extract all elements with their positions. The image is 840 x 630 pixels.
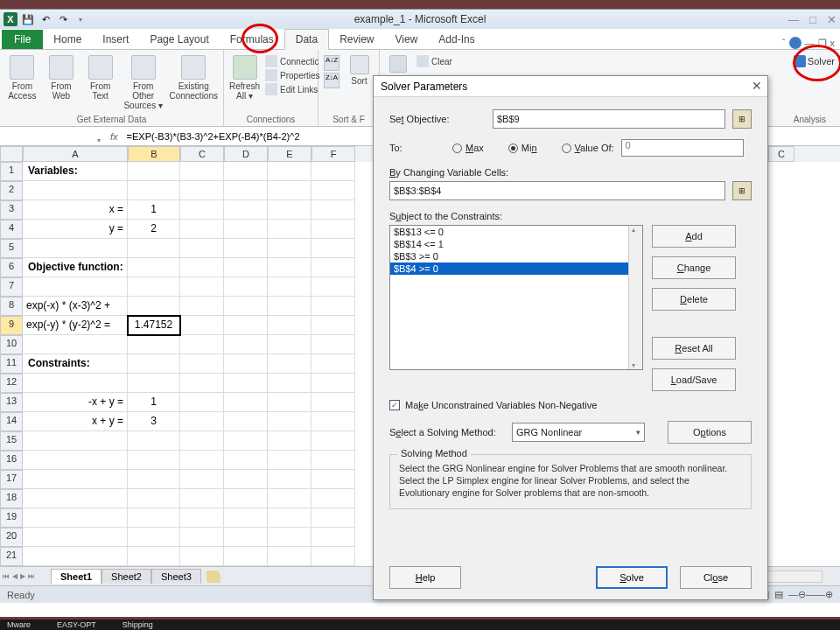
cell[interactable] [268,393,312,412]
cell[interactable]: exp(-y) * (y-2)^2 = [23,316,128,335]
cell[interactable] [128,508,180,528]
cell[interactable] [23,451,128,470]
col-header[interactable]: C [768,146,794,162]
cell[interactable] [312,393,355,412]
cell[interactable] [268,470,312,489]
make-unconstrained-checkbox[interactable]: ✓ Make Unconstrained Variables Non-Negat… [389,400,752,410]
wb-minimize-icon[interactable]: — [805,38,815,48]
cell[interactable] [224,220,268,239]
row-header[interactable]: 12 [0,374,23,393]
cell[interactable] [268,297,312,316]
cell[interactable] [180,239,224,258]
cell[interactable] [268,412,312,431]
reset-button[interactable]: Reset All [652,337,736,360]
cell[interactable] [224,451,268,470]
cell[interactable] [268,239,312,258]
cell[interactable] [224,258,268,277]
cell[interactable] [224,239,268,258]
cell[interactable] [312,412,355,431]
cell[interactable] [128,547,180,566]
row-header[interactable]: 7 [0,277,23,297]
cell[interactable]: 3 [128,412,180,431]
insert-sheet-icon[interactable] [206,570,220,583]
properties-button[interactable]: Properties [265,69,320,81]
cell[interactable] [180,200,224,220]
row-header[interactable]: 16 [0,451,23,470]
cell[interactable] [224,335,268,354]
cell[interactable] [224,412,268,431]
tab-view[interactable]: View [385,30,429,49]
cell[interactable] [23,374,128,393]
task-item[interactable]: EASY-OPT [57,620,96,629]
cell[interactable] [128,239,180,258]
task-item[interactable]: Mware [7,620,31,629]
qat-dropdown-icon[interactable]: ▾ [74,12,88,26]
redo-icon[interactable]: ↷ [56,12,70,26]
cell[interactable] [180,508,224,528]
cell[interactable] [268,431,312,451]
close-icon[interactable]: ✕ [827,13,836,26]
cell[interactable] [23,431,128,451]
cell[interactable] [180,451,224,470]
cell[interactable] [128,489,180,508]
cell[interactable] [224,316,268,335]
cell[interactable] [224,277,268,297]
tab-review[interactable]: Review [329,30,384,49]
help-button[interactable]: Help [389,566,461,589]
cell[interactable] [224,547,268,566]
cell[interactable]: 1.47152 [128,316,180,335]
row-header[interactable]: 11 [0,354,23,374]
cell[interactable]: -x + y = [23,393,128,412]
row-header[interactable]: 5 [0,239,23,258]
cell[interactable] [180,297,224,316]
cell[interactable] [268,374,312,393]
row-header[interactable]: 6 [0,258,23,277]
clear-button[interactable]: Clear [416,55,452,67]
row-header[interactable]: 20 [0,528,23,547]
wb-close-icon[interactable]: x [830,38,836,48]
cell[interactable] [312,181,355,200]
cell[interactable] [312,354,355,374]
cell[interactable] [312,470,355,489]
cell[interactable] [224,354,268,374]
tab-home[interactable]: Home [43,30,92,49]
list-item[interactable]: $B$14 <= 1 [390,238,642,250]
help-icon[interactable]: ? [789,37,802,49]
cell[interactable] [128,258,180,277]
tab-insert[interactable]: Insert [92,30,139,49]
radio-max[interactable]: Max [452,143,484,153]
cell[interactable] [23,508,128,528]
list-item[interactable]: $B$4 >= 0 [390,262,642,275]
cell[interactable] [268,508,312,528]
cell[interactable] [268,451,312,470]
add-button[interactable]: Add [652,225,736,248]
cell[interactable] [224,200,268,220]
cell[interactable] [128,451,180,470]
cell[interactable] [180,354,224,374]
cell[interactable] [312,220,355,239]
cell[interactable] [268,354,312,374]
range-picker-icon[interactable]: ⊞ [732,181,752,200]
cell[interactable]: Variables: [23,162,128,181]
list-item[interactable]: $B$3 >= 0 [390,250,642,262]
save-icon[interactable]: 💾 [21,12,35,26]
cell[interactable] [180,470,224,489]
cell[interactable] [128,335,180,354]
valueof-input[interactable]: 0 [621,139,744,157]
cell[interactable] [23,528,128,547]
cell[interactable] [224,528,268,547]
zoom-slider[interactable]: —⊖——⊕ [788,589,833,600]
maximize-icon[interactable]: □ [809,13,816,26]
row-header[interactable]: 8 [0,297,23,316]
cell[interactable] [268,220,312,239]
tab-data[interactable]: Data [284,29,329,50]
cell[interactable] [312,335,355,354]
row-header[interactable]: 15 [0,431,23,451]
radio-valueof[interactable]: Value Of: [562,143,614,153]
tab-formulas[interactable]: Formulas [220,30,284,49]
col-header[interactable]: C [180,146,224,162]
cell[interactable] [23,239,128,258]
cell[interactable] [224,508,268,528]
cell[interactable] [312,239,355,258]
edit-links-button[interactable]: Edit Links [265,83,320,95]
